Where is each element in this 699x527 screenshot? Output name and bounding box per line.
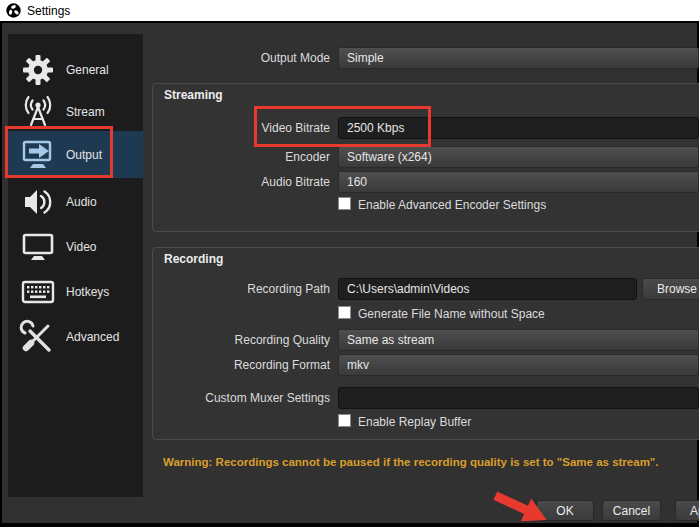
recording-group-title: Recording [164,252,223,266]
gear-icon [18,52,58,88]
broadcast-icon [18,94,58,130]
encoder-dropdown[interactable]: Software (x264) [338,146,699,168]
window-title: Settings [27,4,70,18]
sidebar-item-label: Advanced [66,330,119,344]
annotation-box-output [5,126,113,178]
recording-path-label: Recording Path [247,282,330,296]
annotation-box-video-bitrate [254,106,431,147]
sidebar-item-label: Video [66,240,96,254]
browse-button[interactable]: Browse [642,278,699,300]
advanced-encoder-checkbox[interactable] [338,197,351,210]
sidebar-item-audio[interactable]: Audio [8,179,143,224]
audio-bitrate-dropdown[interactable]: 160 [338,171,699,193]
replay-buffer-checkbox-label: Enable Replay Buffer [358,415,471,429]
sidebar-item-general[interactable]: General [8,47,143,92]
custom-muxer-input[interactable] [338,387,699,409]
sidebar-item-label: General [66,63,109,77]
audio-bitrate-label: Audio Bitrate [261,175,330,189]
output-mode-dropdown[interactable]: Simple [338,47,699,69]
recording-quality-dropdown[interactable]: Same as stream [338,329,699,351]
sidebar-item-video[interactable]: Video [8,224,143,269]
recording-quality-label: Recording Quality [235,333,330,347]
sidebar-item-label: Audio [66,195,97,209]
keyboard-icon [18,274,58,310]
output-mode-label: Output Mode [261,51,330,65]
sidebar-item-advanced[interactable]: Advanced [8,314,143,359]
monitor-icon [18,229,58,265]
sidebar-item-hotkeys[interactable]: Hotkeys [8,269,143,314]
title-bar: Settings [0,0,699,21]
tools-icon [18,319,58,355]
sidebar-item-label: Stream [66,105,105,119]
speaker-icon [18,184,58,220]
apply-button[interactable]: Apply [675,500,699,521]
obs-logo-icon [6,3,21,18]
sidebar-item-label: Hotkeys [66,285,109,299]
streaming-group-title: Streaming [164,88,223,102]
generate-filename-checkbox-label: Generate File Name without Space [358,307,545,321]
recording-format-dropdown[interactable]: mkv [338,354,699,376]
advanced-encoder-checkbox-label: Enable Advanced Encoder Settings [358,198,546,212]
generate-filename-checkbox[interactable] [338,306,351,319]
settings-window: Settings General [0,0,699,527]
cancel-button[interactable]: Cancel [602,500,661,521]
encoder-label: Encoder [285,150,330,164]
recording-path-input[interactable]: C:\Users\admin\Videos [338,278,637,300]
recording-format-label: Recording Format [234,358,330,372]
custom-muxer-label: Custom Muxer Settings [205,391,330,405]
replay-buffer-checkbox[interactable] [338,414,351,427]
recording-warning-text: Warning: Recordings cannot be paused if … [163,456,697,468]
